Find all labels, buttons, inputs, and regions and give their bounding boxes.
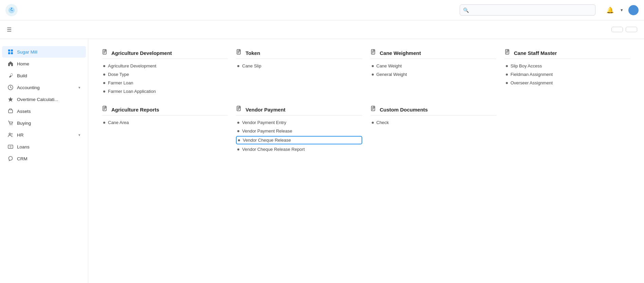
assets-icon [7, 108, 14, 114]
module-title-text: Cane Staff Master [514, 50, 557, 56]
sidebar-item-accounting[interactable]: Accounting ▾ [2, 82, 86, 93]
document-icon [504, 49, 511, 57]
module-card-title: Cane Staff Master [504, 49, 630, 59]
help-button[interactable]: ▾ [619, 7, 623, 13]
bullet-dot [372, 122, 374, 124]
app-logo [5, 4, 18, 16]
overtime-icon [7, 96, 14, 102]
module-card-items: Agriculture DevelopmentDose TypeFarmer L… [102, 62, 228, 95]
sidebar-item-crm[interactable]: CRM [2, 153, 86, 164]
module-title-text: Agriculture Reports [111, 107, 159, 113]
module-card-items: Check [370, 119, 496, 126]
svg-marker-7 [8, 97, 13, 102]
hamburger-icon[interactable]: ☰ [7, 26, 12, 33]
sidebar-item-buying[interactable]: Buying [2, 117, 86, 129]
sidebar-item-loans[interactable]: Loans [2, 141, 86, 153]
module-card-agriculture-development: Agriculture DevelopmentAgriculture Devel… [102, 49, 228, 95]
module-title-text: Token [245, 50, 260, 56]
module-card-cane-staff-master: Cane Staff MasterSlip Boy AccessFieldman… [504, 49, 630, 95]
bullet-dot [237, 148, 239, 150]
buying-icon [7, 120, 14, 126]
module-card-item[interactable]: General Weight [370, 71, 496, 78]
top-nav: 🔍 🔔 ▾ [0, 0, 644, 20]
module-card-item[interactable]: Agriculture Development [102, 62, 228, 69]
module-item-label: Overseer Assignment [511, 80, 553, 85]
hr-icon [7, 132, 14, 138]
module-card-token: TokenCane Slip [236, 49, 362, 95]
modules-grid: Agriculture DevelopmentAgriculture Devel… [102, 49, 630, 153]
chevron-down-icon: ▾ [78, 85, 80, 90]
module-title-text: Custom Documents [380, 107, 428, 113]
build-icon [7, 73, 14, 79]
module-card-title: Agriculture Development [102, 49, 228, 59]
module-item-label: Vendor Payment Entry [242, 120, 286, 125]
create-workspace-button[interactable] [611, 27, 623, 32]
bullet-dot [103, 65, 105, 67]
sidebar-item-label: Loans [17, 144, 80, 149]
sidebar-item-home[interactable]: Home [2, 58, 86, 69]
crm-icon [7, 156, 14, 162]
module-card-item[interactable]: Overseer Assignment [504, 79, 630, 86]
sidebar-item-sugar-mill[interactable]: Sugar Mill [2, 46, 86, 58]
module-title-text: Agriculture Development [111, 50, 172, 56]
sidebar-item-build[interactable]: Build [2, 70, 86, 81]
content-area: Agriculture DevelopmentAgriculture Devel… [88, 39, 644, 283]
sidebar-item-label: CRM [17, 156, 80, 161]
bullet-dot [103, 82, 105, 84]
sidebar-item-assets[interactable]: Assets [2, 105, 86, 117]
sidebar: Sugar Mill Home Build [0, 39, 88, 283]
module-card-item[interactable]: Slip Boy Access [504, 62, 630, 69]
svg-rect-3 [11, 49, 13, 52]
module-card-item[interactable]: Cane Area [102, 119, 228, 126]
edit-button[interactable] [626, 27, 637, 32]
svg-point-14 [10, 146, 11, 147]
module-item-label: Farmer Loan Application [108, 89, 156, 94]
bullet-dot [103, 122, 105, 124]
module-card-item[interactable]: Vendor Cheque Release [236, 136, 362, 144]
module-card-item[interactable]: Vendor Payment Release [236, 127, 362, 135]
module-card-cane-weighment: Cane WeighmentCane WeightGeneral Weight [370, 49, 496, 95]
top-nav-right: 🔔 ▾ [606, 5, 639, 15]
module-card-item[interactable]: Farmer Loan [102, 79, 228, 86]
grid-icon [7, 49, 14, 55]
document-icon [102, 49, 108, 57]
chevron-down-icon: ▾ [78, 133, 80, 137]
module-card-item[interactable]: Check [370, 119, 496, 126]
module-card-item[interactable]: Farmer Loan Application [102, 88, 228, 95]
bullet-dot [506, 65, 508, 67]
module-item-label: General Weight [376, 72, 407, 77]
bullet-dot [238, 139, 240, 141]
app-header: ☰ [0, 20, 644, 39]
module-card-title: Agriculture Reports [102, 106, 228, 116]
svg-rect-4 [8, 52, 10, 54]
sidebar-item-label: HR [17, 133, 75, 138]
module-card-item[interactable]: Dose Type [102, 71, 228, 78]
svg-rect-8 [8, 110, 13, 113]
bullet-dot [237, 122, 239, 124]
sidebar-item-label: Buying [17, 121, 80, 126]
document-icon [370, 49, 376, 57]
avatar[interactable] [628, 5, 639, 15]
module-title-text: Vendor Payment [245, 107, 286, 113]
search-input[interactable] [460, 4, 595, 16]
module-item-label: Dose Type [108, 72, 129, 77]
module-card-item[interactable]: Vendor Payment Entry [236, 119, 362, 126]
sidebar-item-overtime[interactable]: Overtime Calculati... [2, 94, 86, 105]
svg-point-9 [10, 124, 11, 125]
module-card-vendor-payment: Vendor PaymentVendor Payment EntryVendor… [236, 106, 362, 153]
module-card-item[interactable]: Cane Weight [370, 62, 496, 69]
module-card-item[interactable]: Vendor Cheque Release Report [236, 146, 362, 153]
module-item-label: Fieldman Assignment [511, 72, 553, 77]
svg-rect-5 [11, 52, 13, 54]
bullet-dot [237, 130, 239, 132]
sidebar-item-hr[interactable]: HR ▾ [2, 129, 86, 141]
document-icon [102, 106, 108, 113]
notifications-icon[interactable]: 🔔 [606, 6, 614, 14]
bullet-dot [506, 74, 508, 76]
sidebar-item-label: Assets [17, 109, 80, 114]
module-card-agriculture-reports: Agriculture ReportsCane Area [102, 106, 228, 153]
document-icon [236, 49, 242, 57]
module-card-item[interactable]: Cane Slip [236, 62, 362, 69]
search-container: 🔍 [460, 4, 595, 16]
module-card-item[interactable]: Fieldman Assignment [504, 71, 630, 78]
